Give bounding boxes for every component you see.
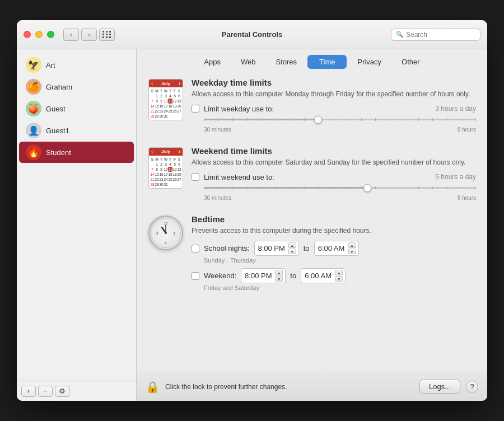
main-window: ‹ › Parental Controls 🔍 🦅 Art	[17, 20, 487, 401]
avatar-art: 🦅	[26, 57, 41, 73]
remove-user-button[interactable]: −	[38, 386, 53, 397]
school-nights-end-value: 6:00 AM	[317, 244, 346, 252]
tab-apps[interactable]: Apps	[194, 55, 230, 69]
tab-privacy[interactable]: Privacy	[348, 55, 391, 69]
weekday-calendar-icon: ‹ July › SMTWTFS 123456 78910111213 1415…	[148, 79, 184, 120]
cal-prev[interactable]: ‹	[151, 81, 153, 86]
weekend-slider-row: Limit weekend use to: 5 hours a day	[192, 173, 476, 201]
settings-button[interactable]: ⚙	[55, 386, 69, 397]
weekend-bedtime-sublabel: Friday and Saturday	[204, 284, 476, 291]
weekday-slider[interactable]	[204, 114, 476, 125]
grid-icon	[102, 31, 111, 38]
calendar-grid: SMTWTFS 123456 78910111213 1415161718192…	[149, 87, 183, 120]
tab-other[interactable]: Other	[392, 55, 430, 69]
weekend-bedtime-row: Weekend: 8:00 PM ▲ ▼ to 6:00 AM	[192, 268, 476, 283]
calendar-header: ‹ July ›	[149, 79, 183, 87]
search-icon: 🔍	[396, 31, 404, 38]
weekday-body: Weekday time limits Allows access to thi…	[192, 78, 476, 133]
tab-time[interactable]: Time	[307, 55, 347, 69]
search-input[interactable]	[406, 31, 475, 39]
svg-text:9: 9	[156, 232, 158, 235]
svg-text:12: 12	[164, 222, 168, 225]
weekday-thumb[interactable]	[314, 116, 322, 124]
weekend-checkbox[interactable]	[192, 173, 199, 181]
weekend-section: ‹ July › SMTWTFS 123456 78910111213 1415…	[148, 146, 476, 201]
weekend-max-label: 8 hours	[458, 195, 476, 201]
weekday-range-labels: 30 minutes 8 hours	[204, 127, 476, 133]
school-nights-end-down[interactable]: ▼	[348, 249, 356, 254]
back-button[interactable]: ‹	[63, 29, 79, 41]
weekend-bedtime-start-field[interactable]: 8:00 PM ▲ ▼	[241, 268, 286, 283]
sidebar-item-guest[interactable]: 🍑 Guest	[19, 98, 134, 119]
weekday-slider-row: Limit weekday use to: 3 hours a day	[192, 105, 476, 133]
cal-next[interactable]: ›	[179, 81, 180, 86]
weekend-calendar: ‹ July › SMTWTFS 123456 78910111213 1415…	[148, 147, 183, 189]
window-title: Parental Controls	[222, 30, 282, 39]
weekday-min-label: 30 minutes	[204, 127, 231, 133]
apps-grid-button[interactable]	[99, 29, 115, 41]
tab-web[interactable]: Web	[231, 55, 265, 69]
close-button[interactable]	[24, 31, 31, 38]
weekday-section: ‹ July › SMTWTFS 123456 78910111213 1415…	[148, 78, 476, 133]
weekend-bedtime-end-up[interactable]: ▲	[335, 270, 343, 275]
maximize-button[interactable]	[47, 31, 54, 38]
school-nights-start-field[interactable]: 8:00 PM ▲ ▼	[254, 241, 299, 256]
school-nights-start-down[interactable]: ▼	[288, 249, 296, 254]
bedtime-desc: Prevents access to this computer during …	[192, 226, 476, 236]
logs-button[interactable]: Logs...	[419, 380, 460, 394]
calendar-grid2: SMTWTFS 123456 78910111213 1415161718192…	[149, 156, 183, 188]
weekday-checkbox[interactable]	[192, 105, 199, 113]
minimize-button[interactable]	[35, 31, 43, 38]
school-nights-end-stepper: ▲ ▼	[348, 242, 356, 254]
weekend-bedtime-start-down[interactable]: ▼	[275, 276, 283, 282]
weekend-calendar-icon: ‹ July › SMTWTFS 123456 78910111213 1415…	[148, 147, 184, 189]
lock-icon[interactable]: 🔒	[146, 380, 160, 394]
to-label-1: to	[304, 244, 310, 252]
bedtime-clock-icon: 12 3 6 9	[148, 216, 184, 250]
weekday-max-label: 8 hours	[458, 127, 476, 133]
school-nights-checkbox[interactable]	[192, 245, 199, 252]
sidebar-toolbar: + − ⚙	[17, 381, 136, 401]
sidebar-item-art[interactable]: 🦅 Art	[19, 54, 134, 76]
forward-button[interactable]: ›	[81, 29, 97, 41]
bottom-bar: 🔒 Click the lock to prevent further chan…	[137, 372, 487, 401]
tab-stores[interactable]: Stores	[267, 55, 307, 69]
clock: 12 3 6 9	[148, 216, 183, 250]
weekend-limit-label: Limit weekend use to:	[204, 173, 274, 181]
weekend-bedtime-checkbox[interactable]	[192, 272, 199, 280]
search-box[interactable]: 🔍	[391, 29, 480, 41]
add-user-button[interactable]: +	[21, 386, 36, 397]
weekend-bedtime-start-up[interactable]: ▲	[275, 270, 283, 275]
school-nights-start-value: 8:00 PM	[257, 244, 286, 252]
bedtime-title: Bedtime	[192, 214, 476, 224]
user-name-guest1: Guest1	[46, 127, 69, 135]
weekday-calendar: ‹ July › SMTWTFS 123456 78910111213 1415…	[148, 79, 183, 120]
scroll-content: ‹ July › SMTWTFS 123456 78910111213 1415…	[137, 69, 487, 372]
main-content: 🦅 Art 🍊 Graham 🍑 Guest 👤 Guest1 🔥	[17, 49, 487, 401]
school-nights-start-up[interactable]: ▲	[288, 242, 296, 248]
weekend-limit-row: Limit weekend use to: 5 hours a day	[192, 173, 476, 181]
weekend-bedtime-end-down[interactable]: ▼	[335, 276, 343, 282]
weekend-bedtime-start-stepper: ▲ ▼	[275, 270, 283, 282]
cal-next2[interactable]: ›	[179, 149, 180, 155]
weekday-time-label: 3 hours a day	[435, 105, 476, 113]
weekend-slider[interactable]	[204, 183, 476, 194]
weekend-bedtime-end-field[interactable]: 6:00 AM ▲ ▼	[301, 268, 346, 283]
sidebar-item-student[interactable]: 🔥 Student	[19, 142, 134, 163]
cal-prev2[interactable]: ‹	[151, 149, 153, 155]
school-nights-end-field[interactable]: 6:00 AM ▲ ▼	[314, 241, 359, 256]
weekday-desc: Allows access to this computer Monday th…	[192, 90, 476, 99]
school-nights-start-stepper: ▲ ▼	[288, 242, 296, 254]
school-nights-end-up[interactable]: ▲	[348, 242, 356, 248]
avatar-guest: 🍑	[26, 101, 41, 116]
sidebar-item-guest1[interactable]: 👤 Guest1	[19, 120, 134, 141]
help-button[interactable]: ?	[466, 381, 478, 393]
sidebar-item-graham[interactable]: 🍊 Graham	[19, 76, 134, 97]
weekend-time-label: 5 hours a day	[435, 173, 476, 181]
weekend-range-labels: 30 minutes 8 hours	[204, 195, 476, 201]
titlebar: ‹ › Parental Controls 🔍	[17, 20, 487, 49]
avatar-student: 🔥	[26, 144, 41, 160]
weekend-min-label: 30 minutes	[204, 195, 231, 201]
weekend-thumb[interactable]	[363, 184, 371, 192]
weekend-bedtime-end-stepper: ▲ ▼	[335, 270, 343, 282]
